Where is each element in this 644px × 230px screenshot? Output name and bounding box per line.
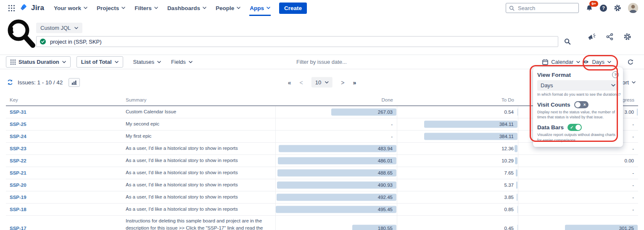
sync-icon[interactable]: [627, 59, 634, 65]
share-icon[interactable]: [606, 33, 613, 40]
popup-help-icon[interactable]: ?: [612, 71, 619, 78]
top-nav: Jira Your workProjectsFiltersDashboardsP…: [0, 0, 644, 16]
pagination: « < 10 > »: [288, 77, 356, 88]
duration-cell: 384.11: [397, 131, 518, 142]
nav-item-projects[interactable]: Projects: [92, 0, 130, 16]
announcement-megaphone-icon[interactable]: [588, 33, 596, 41]
data-bar: [516, 182, 517, 189]
report-type-button[interactable]: Status Duration: [6, 56, 71, 68]
statuses-menu[interactable]: Statuses: [133, 59, 161, 65]
issue-key-link[interactable]: SSP-21: [10, 170, 26, 175]
issue-key-link[interactable]: SSP-22: [10, 158, 26, 163]
jira-logo[interactable]: Jira: [18, 4, 48, 13]
data-bars-toggle[interactable]: ✓: [567, 124, 582, 131]
issue-key-link[interactable]: SSP-17: [10, 226, 26, 230]
key-cell: SSP-19: [6, 191, 122, 203]
query-header: Custom JQL: [0, 16, 644, 55]
nav-item-label: People: [216, 5, 234, 11]
data-bar: [517, 194, 517, 201]
duration-cell: 5.37: [397, 179, 518, 191]
issue-key-link[interactable]: SSP-24: [10, 134, 26, 139]
nav-item-filters[interactable]: Filters: [130, 0, 163, 16]
calendar-menu[interactable]: Calendar: [542, 59, 580, 65]
list-type-label: List of Total: [81, 59, 112, 65]
chevron-down-icon: [611, 84, 615, 87]
chevron-down-icon: [157, 61, 161, 63]
duration-value: -: [391, 122, 393, 127]
nav-item-apps[interactable]: Apps: [245, 0, 275, 16]
chevron-down-icon: [115, 61, 119, 63]
nav-item-people[interactable]: People: [211, 0, 245, 16]
chevron-down-icon: [632, 81, 636, 84]
filter-by-date-input[interactable]: [296, 58, 369, 65]
nav-item-your-work[interactable]: Your work: [49, 0, 92, 16]
chevron-down-icon: [237, 7, 240, 9]
duration-cell: 483.94: [275, 143, 397, 154]
view-format-select[interactable]: Days: [537, 80, 619, 91]
issue-key-link[interactable]: SSP-20: [10, 183, 26, 188]
create-button[interactable]: Create: [279, 3, 307, 14]
global-search-input[interactable]: [517, 5, 575, 12]
issue-key-link[interactable]: SSP-31: [10, 110, 26, 115]
chevron-down-icon: [203, 7, 206, 9]
pagination-last-button[interactable]: »: [353, 79, 356, 86]
app-switcher-icon[interactable]: [6, 3, 17, 13]
global-search[interactable]: [506, 3, 579, 13]
jql-search-icon[interactable]: [564, 38, 571, 45]
issue-key-link[interactable]: SSP-19: [10, 195, 26, 200]
issue-key-link[interactable]: SSP-25: [10, 122, 26, 127]
chart-view-button[interactable]: [69, 78, 80, 87]
issue-summary: As a user, I'd like a historical story t…: [122, 155, 275, 167]
duration-cell: 0.54: [397, 106, 518, 118]
duration-value: 3.00: [625, 110, 634, 115]
chevron-down-icon: [84, 7, 87, 9]
notifications-button[interactable]: 9+: [586, 4, 593, 12]
chevron-down-icon: [607, 61, 611, 63]
user-avatar[interactable]: [628, 3, 638, 13]
refresh-issues-icon[interactable]: [7, 79, 13, 86]
settings-gear-icon[interactable]: [614, 4, 621, 12]
table-row: SSP-22As a user, I'd like a historical s…: [6, 155, 638, 167]
app-magnifier-logo: [6, 18, 37, 51]
pagination-next-button[interactable]: >: [341, 79, 344, 86]
issue-key-link[interactable]: SSP-18: [10, 207, 26, 212]
table-row: SSP-19As a user, I'd like a historical s…: [6, 191, 638, 204]
duration-value: 486.01: [378, 158, 393, 163]
duration-value: -: [632, 207, 634, 212]
page-size-select[interactable]: 10: [311, 77, 333, 88]
chevron-down-icon: [267, 7, 270, 9]
issue-summary: My first epic: [122, 131, 275, 142]
duration-cell: -: [518, 179, 638, 191]
view-format-menu[interactable]: Days: [583, 59, 611, 65]
duration-value: -: [632, 146, 634, 151]
jql-query-field[interactable]: [36, 36, 558, 47]
jql-query-input[interactable]: [49, 38, 554, 45]
duration-value: 384.11: [499, 122, 514, 127]
pagination-first-button[interactable]: «: [288, 79, 291, 86]
issue-summary: As a user, I'd like a historical story t…: [122, 204, 275, 215]
list-type-button[interactable]: List of Total: [77, 56, 123, 68]
key-cell: SSP-18: [6, 204, 122, 215]
duration-value: 0.54: [504, 110, 514, 115]
duration-value: 10.29: [501, 158, 514, 163]
key-cell: SSP-25: [6, 118, 122, 130]
issue-summary: As a user, I'd like a historical story t…: [122, 191, 275, 203]
page-size-value: 10: [315, 79, 321, 86]
duration-value: -: [632, 170, 634, 175]
nav-item-dashboards[interactable]: Dashboards: [163, 0, 211, 16]
data-bar: [637, 109, 638, 116]
pagination-prev-button[interactable]: <: [300, 79, 303, 86]
report-settings-gear-icon[interactable]: [623, 33, 631, 41]
duration-value: 384.11: [499, 134, 514, 139]
issue-key-link[interactable]: SSP-23: [10, 146, 26, 151]
status-duration-report-page: Jira Your workProjectsFiltersDashboardsP…: [0, 0, 644, 230]
jql-type-selector[interactable]: Custom JQL: [36, 23, 82, 33]
help-button[interactable]: ?: [600, 5, 607, 12]
duration-value: 3.85: [504, 195, 514, 200]
visit-counts-help-text: Display next to the status value, the nu…: [537, 110, 619, 120]
visit-counts-toggle[interactable]: ×: [574, 101, 589, 108]
key-cell: SSP-20: [6, 179, 122, 191]
fields-menu[interactable]: Fields: [171, 59, 193, 65]
table-row: SSP-21As a user, I'd like a historical s…: [6, 167, 638, 179]
calendar-label: Calendar: [551, 59, 573, 65]
